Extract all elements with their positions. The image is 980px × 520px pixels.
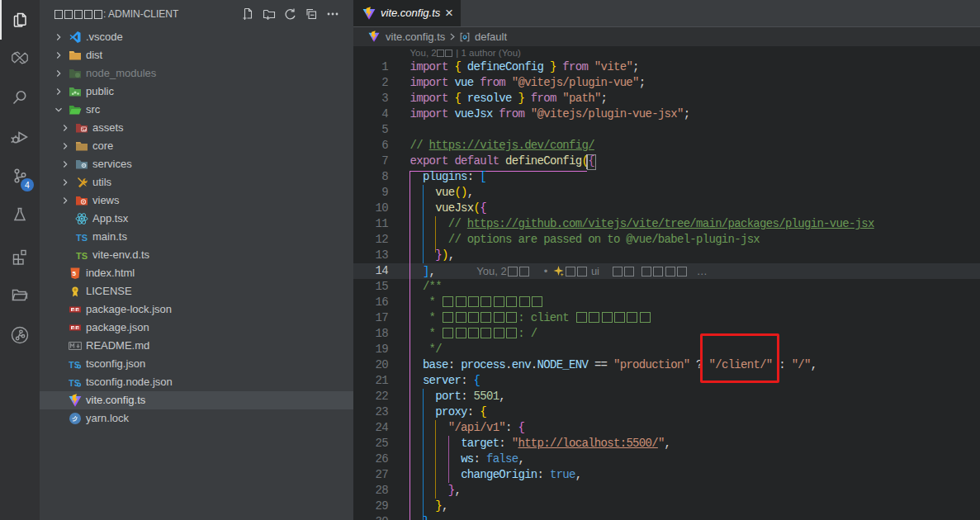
- svg-text:5: 5: [73, 270, 77, 277]
- svg-text:TS: TS: [76, 233, 88, 243]
- svg-text:TS: TS: [76, 251, 88, 261]
